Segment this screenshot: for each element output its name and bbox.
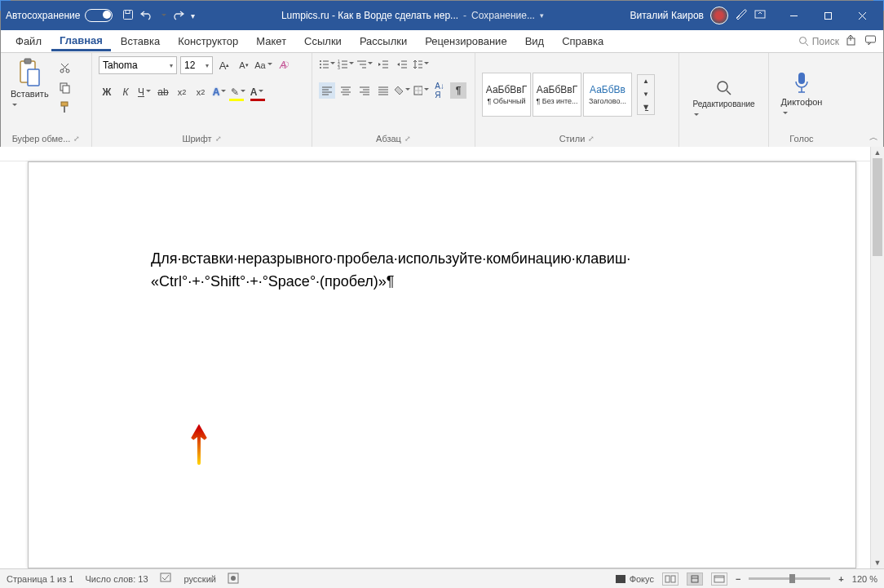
comments-icon[interactable] — [864, 34, 877, 49]
collapse-ribbon-icon[interactable]: ︿ — [869, 131, 878, 144]
search-box[interactable]: Поиск — [798, 36, 839, 47]
styles-launcher-icon[interactable]: ⤢ — [588, 135, 594, 143]
qat-customize-icon[interactable]: ▾ — [191, 11, 195, 20]
tab-insert[interactable]: Вставка — [113, 32, 168, 51]
redo-icon[interactable] — [173, 9, 184, 23]
tab-design[interactable]: Конструктор — [170, 32, 246, 51]
svg-rect-1 — [126, 10, 130, 13]
clear-format-icon[interactable]: A⃠ — [275, 57, 291, 73]
svg-point-70 — [231, 576, 236, 581]
styles-up-icon[interactable]: ▲ — [638, 75, 654, 88]
shading-icon[interactable] — [394, 82, 410, 99]
style-heading1[interactable]: АаБбВвЗаголово... — [583, 73, 632, 117]
underline-button[interactable]: Ч — [136, 84, 152, 100]
bullets-icon[interactable] — [319, 56, 335, 73]
indent-increase-icon[interactable] — [394, 56, 410, 73]
grow-font-icon[interactable]: A▴ — [216, 57, 232, 73]
save-icon[interactable] — [122, 9, 134, 23]
paragraph-launcher-icon[interactable]: ⤢ — [404, 135, 411, 143]
tab-references[interactable]: Ссылки — [296, 32, 350, 51]
scroll-up-icon[interactable]: ▲ — [871, 147, 884, 158]
svg-rect-20 — [61, 102, 68, 106]
svg-point-65 — [718, 82, 727, 91]
tab-mailings[interactable]: Рассылки — [351, 32, 415, 51]
spellcheck-icon[interactable] — [160, 573, 173, 586]
svg-line-66 — [727, 91, 731, 95]
borders-icon[interactable] — [413, 82, 429, 99]
align-right-icon[interactable] — [356, 82, 373, 99]
show-marks-icon[interactable]: ¶ — [450, 82, 466, 99]
font-size-select[interactable]: 12▾ — [180, 56, 213, 74]
share-icon[interactable] — [846, 34, 858, 49]
sort-icon[interactable]: А↓Я — [431, 82, 448, 99]
undo-dropdown[interactable] — [160, 9, 166, 22]
styles-down-icon[interactable]: ▼ — [638, 88, 654, 101]
maximize-button[interactable] — [811, 6, 844, 25]
strike-button[interactable]: ab — [155, 84, 171, 100]
svg-rect-71 — [616, 575, 625, 583]
numbering-icon[interactable]: 123 — [338, 56, 354, 73]
svg-rect-12 — [24, 59, 31, 64]
tab-help[interactable]: Справка — [554, 32, 612, 51]
page[interactable]: Для·вставки·неразрывного·пробела·использ… — [28, 161, 856, 568]
style-nospacing[interactable]: АаБбВвГ¶ Без инте... — [533, 73, 581, 117]
style-normal[interactable]: АаБбВвГ¶ Обычный — [482, 73, 531, 117]
change-case-icon[interactable]: Aa — [255, 57, 272, 73]
shrink-font-icon[interactable]: A▾ — [236, 57, 252, 73]
cut-icon[interactable] — [57, 60, 73, 76]
align-left-icon[interactable] — [319, 82, 335, 99]
status-page[interactable]: Страница 1 из 1 — [7, 574, 73, 584]
find-button[interactable]: Редактирование — [689, 77, 758, 122]
multilevel-icon[interactable] — [356, 56, 373, 73]
bold-button[interactable]: Ж — [99, 84, 115, 100]
tab-layout[interactable]: Макет — [248, 32, 294, 51]
clipboard-group-label: Буфер обме... — [12, 134, 71, 144]
svg-rect-10 — [866, 36, 876, 42]
font-color-icon[interactable]: A — [249, 84, 265, 100]
copy-icon[interactable] — [57, 79, 73, 95]
view-print-icon[interactable] — [687, 573, 703, 586]
italic-button[interactable]: К — [117, 84, 134, 100]
align-center-icon[interactable] — [338, 82, 354, 99]
user-name: Виталий Каиров — [630, 10, 704, 21]
superscript-button[interactable]: x2 — [192, 84, 209, 100]
clipboard-launcher-icon[interactable]: ⤢ — [73, 135, 80, 143]
font-launcher-icon[interactable]: ⤢ — [215, 135, 222, 143]
paste-button[interactable]: Вставить — [7, 56, 52, 112]
line-spacing-icon[interactable] — [413, 56, 429, 73]
zoom-in-icon[interactable]: + — [838, 574, 843, 584]
ruler[interactable] — [0, 147, 884, 161]
avatar[interactable] — [710, 7, 728, 24]
ribbon-display-icon[interactable] — [754, 9, 766, 23]
dictate-button[interactable]: Диктофон — [778, 69, 826, 120]
zoom-slider[interactable] — [749, 577, 830, 580]
drawing-icon[interactable] — [735, 8, 748, 24]
zoom-out-icon[interactable]: − — [736, 574, 740, 584]
align-justify-icon[interactable] — [375, 82, 391, 99]
view-read-icon[interactable] — [662, 573, 678, 586]
styles-more-icon[interactable]: ▼̲ — [638, 101, 654, 114]
highlight-icon[interactable]: ✎ — [230, 84, 246, 100]
status-lang[interactable]: русский — [184, 574, 216, 584]
tab-review[interactable]: Рецензирование — [417, 32, 515, 51]
indent-decrease-icon[interactable] — [375, 56, 391, 73]
subscript-button[interactable]: x2 — [174, 84, 190, 100]
minimize-button[interactable] — [777, 6, 810, 25]
text-effects-icon[interactable]: A — [211, 84, 228, 100]
scrollbar-vertical[interactable]: ▲ ▼ — [870, 147, 884, 568]
autosave-toggle[interactable] — [85, 9, 113, 22]
macro-icon[interactable] — [228, 573, 239, 586]
font-name-select[interactable]: Tahoma▾ — [99, 56, 177, 74]
status-words[interactable]: Число слов: 13 — [85, 574, 148, 584]
zoom-percent[interactable]: 120 % — [852, 574, 877, 584]
scroll-thumb[interactable] — [873, 158, 882, 256]
undo-icon[interactable] — [140, 9, 153, 23]
svg-point-7 — [799, 38, 806, 44]
tab-view[interactable]: Вид — [517, 32, 553, 51]
tab-home[interactable]: Главная — [51, 31, 111, 51]
format-painter-icon[interactable] — [57, 99, 73, 115]
scroll-down-icon[interactable]: ▼ — [871, 557, 884, 568]
view-web-icon[interactable] — [711, 573, 727, 586]
tab-file[interactable]: Файл — [7, 32, 50, 51]
focus-mode[interactable]: Фокус — [615, 574, 654, 584]
